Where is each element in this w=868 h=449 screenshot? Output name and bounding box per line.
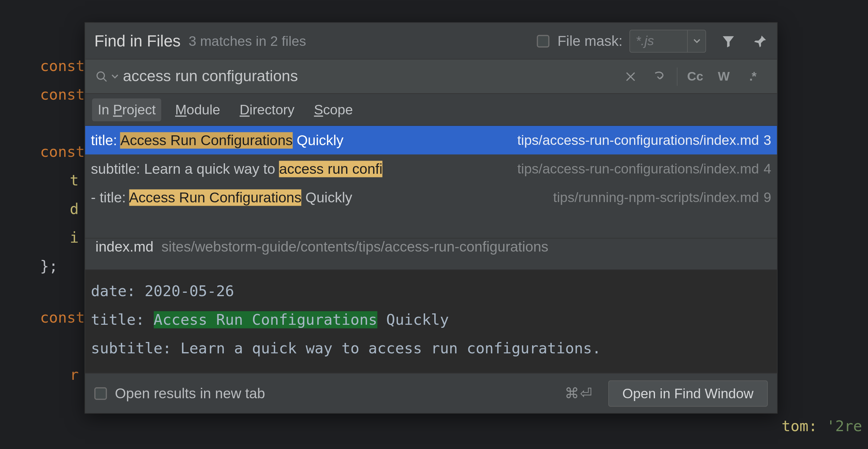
- open-new-tab-checkbox[interactable]: [94, 387, 107, 399]
- keyboard-shortcut-hint: ⌘⏎: [565, 385, 593, 402]
- pin-icon[interactable]: [751, 31, 770, 51]
- filter-icon[interactable]: [719, 31, 738, 51]
- match-case-toggle[interactable]: Cc: [687, 68, 704, 85]
- preview-line: date: 2020-05-26: [91, 277, 771, 305]
- preview-filepath: sites/webstorm-guide/contents/tips/acces…: [161, 239, 548, 255]
- open-new-tab-label: Open results in new tab: [115, 385, 265, 402]
- clear-icon[interactable]: [622, 68, 639, 85]
- tab-directory[interactable]: Directory: [234, 98, 300, 121]
- find-in-files-dialog: Find in Files 3 matches in 2 files File …: [85, 23, 777, 414]
- regex-toggle[interactable]: .*: [744, 68, 761, 85]
- match-status: 3 matches in 2 files: [189, 33, 306, 49]
- search-row: access run configurations Cc W .*: [85, 59, 777, 94]
- newlines-icon[interactable]: [651, 68, 668, 85]
- result-row[interactable]: title: Access Run Configurations Quickly…: [85, 126, 777, 154]
- dialog-header: Find in Files 3 matches in 2 files File …: [85, 23, 777, 59]
- result-row[interactable]: - title: Access Run Configurations Quick…: [85, 183, 777, 212]
- results-list: title: Access Run Configurations Quickly…: [85, 126, 777, 238]
- tab-module[interactable]: Module: [169, 98, 226, 121]
- preview-line: title: Access Run Configurations Quickly: [91, 305, 771, 334]
- chevron-down-icon[interactable]: [687, 30, 706, 52]
- preview-pane[interactable]: date: 2020-05-26 title: Access Run Confi…: [85, 270, 777, 373]
- preview-header: index.md sites/webstorm-guide/contents/t…: [85, 238, 777, 270]
- filemask-value: *.js: [630, 33, 687, 49]
- filemask-checkbox[interactable]: [537, 35, 550, 47]
- svg-point-0: [97, 72, 104, 79]
- filemask-label: File mask:: [558, 33, 623, 49]
- preview-filename: index.md: [96, 239, 154, 255]
- filemask-select[interactable]: *.js: [629, 30, 706, 52]
- search-icon: [96, 70, 108, 83]
- search-history-icon[interactable]: [112, 74, 118, 79]
- tab-in-project[interactable]: In Project: [92, 98, 161, 121]
- dialog-footer: Open results in new tab ⌘⏎ Open in Find …: [85, 373, 777, 413]
- svg-line-1: [103, 78, 106, 81]
- whole-words-toggle[interactable]: W: [715, 68, 733, 85]
- dialog-title: Find in Files: [94, 32, 181, 50]
- preview-line: subtitle: Learn a quick way to access ru…: [91, 334, 771, 363]
- search-input[interactable]: access run configurations: [123, 67, 616, 85]
- scope-tabs: In Project Module Directory Scope: [85, 94, 777, 126]
- tab-scope[interactable]: Scope: [308, 98, 359, 121]
- result-row[interactable]: subtitle: Learn a quick way to access ru…: [85, 154, 777, 183]
- open-in-find-window-button[interactable]: Open in Find Window: [608, 380, 768, 407]
